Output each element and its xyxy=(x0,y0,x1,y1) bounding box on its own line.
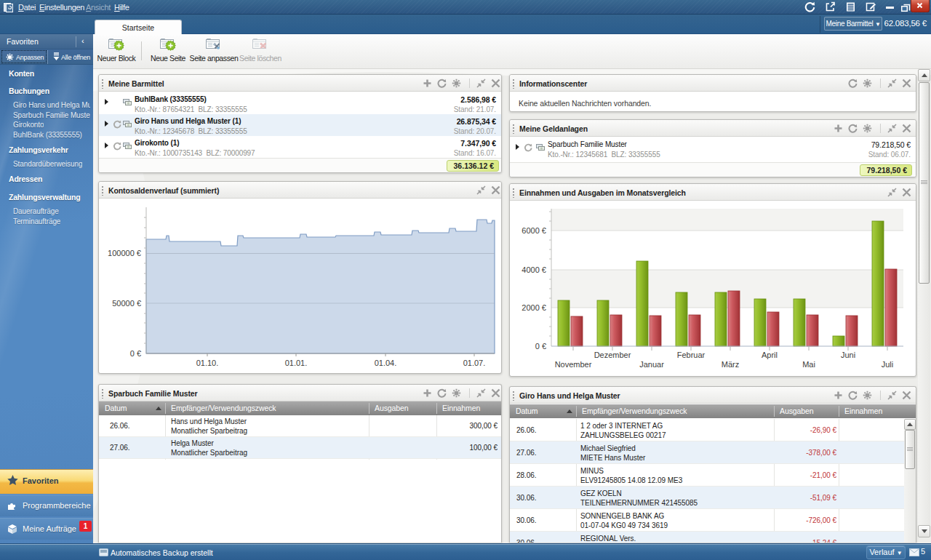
svg-text:Juni: Juni xyxy=(841,351,855,359)
svg-text:2000 €: 2000 € xyxy=(522,303,546,312)
svg-text:Juli: Juli xyxy=(882,360,894,369)
svg-text:01.01.: 01.01. xyxy=(285,359,308,367)
svg-text:01.07.: 01.07. xyxy=(463,359,486,367)
svg-text:4000 €: 4000 € xyxy=(522,265,546,274)
svg-text:0 €: 0 € xyxy=(130,349,141,358)
svg-text:April: April xyxy=(762,351,778,359)
svg-text:Mai: Mai xyxy=(802,360,815,369)
svg-text:01.04.: 01.04. xyxy=(375,359,397,367)
svg-text:Dezember: Dezember xyxy=(594,351,631,359)
svg-text:März: März xyxy=(722,360,739,369)
svg-text:Februar: Februar xyxy=(677,351,706,359)
svg-text:6000 €: 6000 € xyxy=(522,226,546,235)
svg-text:Januar: Januar xyxy=(639,360,664,369)
svg-text:November: November xyxy=(555,360,592,369)
svg-text:0 €: 0 € xyxy=(535,342,546,351)
svg-text:50000 €: 50000 € xyxy=(112,299,141,308)
svg-text:01.10.: 01.10. xyxy=(196,359,219,367)
svg-text:100000 €: 100000 € xyxy=(108,249,141,257)
